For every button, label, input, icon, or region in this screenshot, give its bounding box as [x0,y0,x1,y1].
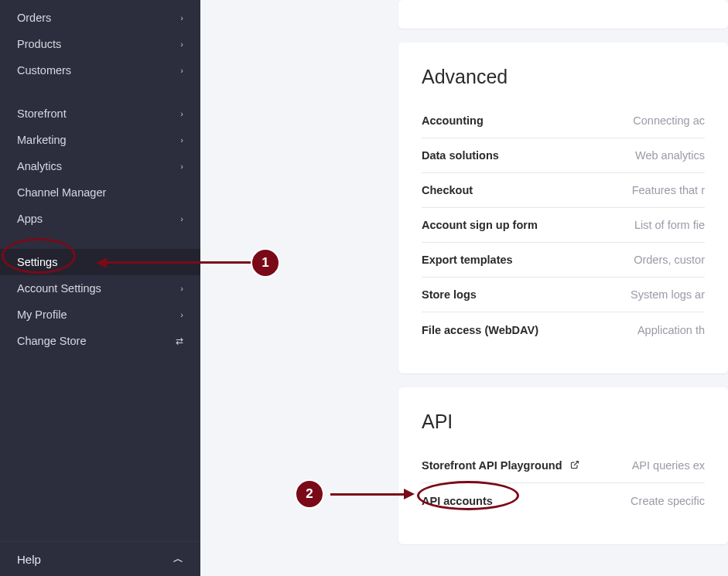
nav-label: Channel Manager [17,186,106,199]
nav-marketing[interactable]: Marketing › [0,127,200,153]
chevron-right-icon: › [180,284,183,293]
nav-apps[interactable]: Apps › [0,206,200,232]
nav-label: Products [17,38,61,50]
nav-label: My Profile [17,308,67,321]
nav-storefront[interactable]: Storefront › [0,101,200,127]
help-bar[interactable]: Help ︿ [0,541,200,576]
help-label: Help [17,553,41,566]
row-desc: API queries ex [632,459,705,472]
row-desc: Application th [637,324,705,336]
row-checkout[interactable]: Checkout Features that r [422,173,705,208]
chevron-right-icon: › [180,162,183,171]
row-export-templates[interactable]: Export templates Orders, custor [422,243,705,278]
row-label: API accounts [422,495,493,507]
nav-settings[interactable]: Settings [0,249,200,275]
chevron-right-icon: › [180,109,183,118]
row-desc: Orders, custor [634,254,705,266]
chevron-up-icon: ︿ [173,552,183,566]
chevron-right-icon: › [180,135,183,145]
nav-orders[interactable]: Orders › [0,5,200,31]
row-label: Data solutions [422,149,499,162]
main-content: Advanced Accounting Connecting ac Data s… [200,0,728,576]
row-desc: List of form fie [634,219,705,231]
sidebar: Orders › Products › Customers › Storefro… [0,0,200,576]
nav-analytics[interactable]: Analytics › [0,153,200,179]
nav-change-store[interactable]: Change Store ⇄ [0,328,200,354]
nav-label: Storefront [17,107,67,120]
advanced-card: Advanced Accounting Connecting ac Data s… [398,43,728,373]
external-link-icon [570,460,579,472]
card-stub [398,0,728,29]
api-title: API [422,411,705,433]
chevron-right-icon: › [180,13,183,22]
row-desc: Connecting ac [633,114,705,127]
row-label: Export templates [422,254,513,266]
row-store-logs[interactable]: Store logs System logs ar [422,278,705,312]
nav-label: Customers [17,64,71,77]
advanced-title: Advanced [422,66,705,88]
nav-customers[interactable]: Customers › [0,57,200,84]
api-card: API Storefront API Playground API querie… [398,387,728,544]
row-label: Accounting [422,114,484,127]
row-desc: Features that r [632,184,705,196]
nav-channel-manager[interactable]: Channel Manager [0,179,200,206]
row-accounting[interactable]: Accounting Connecting ac [422,104,705,138]
nav-label: Orders [17,12,51,24]
chevron-right-icon: › [180,39,183,49]
row-label: Storefront API Playground [422,459,579,472]
chevron-right-icon: › [180,214,183,223]
row-signup-form[interactable]: Account sign up form List of form fie [422,208,705,243]
nav-label: Settings [17,256,57,268]
row-desc: System logs ar [631,288,705,301]
svg-line-0 [574,462,579,466]
row-label: File access (WebDAV) [422,324,538,336]
row-api-accounts[interactable]: API accounts Create specific [422,483,705,518]
swap-icon: ⇄ [176,336,183,346]
row-desc: Create specific [631,495,705,507]
nav-products[interactable]: Products › [0,31,200,57]
nav-account-settings[interactable]: Account Settings › [0,275,200,302]
nav-my-profile[interactable]: My Profile › [0,302,200,328]
row-label: Store logs [422,288,477,301]
row-label-text: Storefront API Playground [422,459,562,472]
row-desc: Web analytics [635,149,705,162]
nav-label: Change Store [17,335,86,347]
nav-label: Marketing [17,134,67,146]
chevron-right-icon: › [180,310,183,319]
row-label: Checkout [422,184,473,196]
nav-label: Apps [17,213,43,225]
row-storefront-api-playground[interactable]: Storefront API Playground API queries ex [422,448,705,483]
row-data-solutions[interactable]: Data solutions Web analytics [422,138,705,173]
nav-label: Analytics [17,160,62,172]
row-webdav[interactable]: File access (WebDAV) Application th [422,312,705,347]
chevron-right-icon: › [180,66,183,75]
row-label: Account sign up form [422,219,538,231]
nav-label: Account Settings [17,282,101,295]
